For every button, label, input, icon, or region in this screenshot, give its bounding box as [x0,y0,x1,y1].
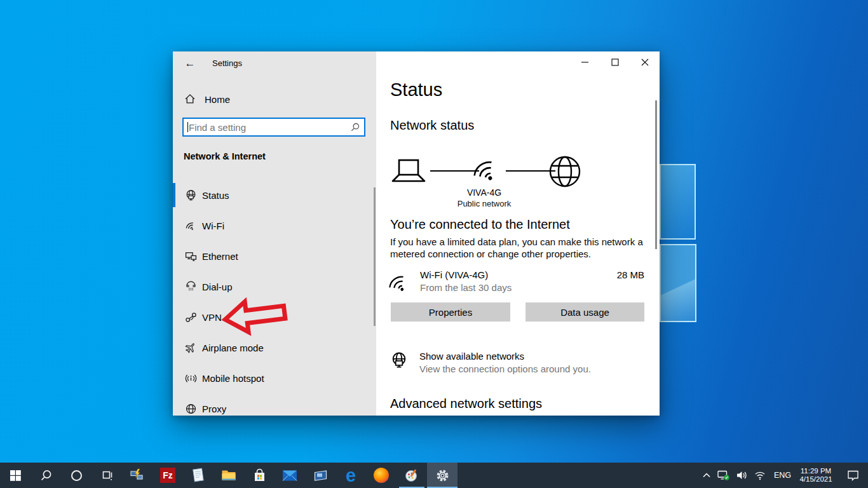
usage-amount: 28 MB [617,269,644,280]
store-icon [253,468,266,483]
back-button[interactable]: ← [182,55,198,72]
main-scrollbar[interactable] [655,100,657,249]
minimize-button[interactable] [581,57,589,68]
task-view-icon [101,470,113,481]
paint-app[interactable] [397,463,427,488]
network-computers-app[interactable] [122,463,153,488]
connection-name: Wi-Fi (VIVA-4G) [420,269,488,280]
sidebar-item-status[interactable]: Status [173,180,376,210]
properties-button[interactable]: Properties [391,302,510,322]
tray-wifi-icon[interactable] [754,463,766,488]
folder-icon [221,469,236,482]
sidebar-item-airplane-mode[interactable]: Airplane mode [173,332,376,363]
settings-main-panel: Status Network status VIVA-4G Public net… [376,51,660,416]
connected-description: If you have a limited data plan, you can… [390,236,647,260]
search-icon[interactable] [350,123,360,135]
close-button[interactable] [641,57,649,68]
filezilla-app[interactable]: Fz [153,463,183,488]
tray-expand-chevron[interactable] [702,463,711,488]
sidebar-item-label: Home [205,94,230,105]
sidebar-item-label: Dial-up [202,281,233,292]
accent-bar [173,366,175,390]
remote-desktop-app[interactable] [305,463,336,488]
accent-bar [173,305,175,329]
page-title: Status [390,79,442,100]
wifi-signal-icon [470,153,501,187]
edge-icon: e [346,466,356,484]
text-caret [187,122,188,132]
internet-globe-icon [548,155,581,191]
start-button[interactable] [0,463,31,488]
cortana-button[interactable] [61,463,92,488]
file-explorer-app[interactable] [214,463,244,488]
action-center-icon[interactable] [847,463,859,488]
system-tray: ENG 11:29 PM 4/15/2021 [699,463,868,488]
ethernet-icon [184,250,197,262]
sidebar-item-home[interactable]: Home [173,89,376,109]
notepad-app[interactable] [183,463,214,488]
accent-bar [173,336,175,360]
window-title: Settings [212,58,242,68]
task-view-button[interactable] [92,463,122,488]
computer-lightning-icon [130,468,145,482]
data-usage-button[interactable]: Data usage [526,302,644,322]
sidebar-item-label: VPN [202,312,222,323]
accent-bar [173,396,175,416]
notepad-icon [191,468,205,483]
edge-app[interactable]: e [336,463,366,488]
sidebar-item-wifi[interactable]: Wi-Fi [173,210,376,241]
search-input[interactable] [189,119,348,135]
show-networks-title: Show available networks [419,351,524,362]
settings-search-box[interactable] [182,118,365,137]
wifi-icon [184,219,197,232]
search-button[interactable] [31,463,61,488]
settings-window: ← Settings Home Network & Internet [173,51,660,416]
mail-app[interactable] [275,463,305,488]
settings-sidebar: ← Settings Home Network & Internet [173,51,376,416]
tray-language-indicator[interactable]: ENG [774,463,791,488]
sidebar-item-label: Proxy [202,403,226,414]
sidebar-item-proxy[interactable]: Proxy [173,393,376,416]
paint-icon [404,468,419,483]
app-window-icon [313,470,328,482]
tray-pc-security-icon[interactable] [717,463,730,488]
dialup-icon [184,280,197,293]
available-networks-icon [390,351,408,372]
sidebar-scrollbar[interactable] [374,187,376,326]
firefox-app[interactable] [366,463,397,488]
network-diagram: VIVA-4G Public network [390,153,600,214]
connected-ssid: VIVA-4G [452,187,516,198]
mobile-hotspot-icon [184,372,197,384]
accent-bar [173,214,175,238]
wallpaper-window-pane [660,164,696,240]
sidebar-item-label: Wi-Fi [202,220,224,231]
windows-logo-icon [10,470,21,481]
settings-app[interactable] [427,463,458,488]
store-app[interactable] [244,463,275,488]
window-controls [581,57,649,68]
sidebar-item-label: Status [202,190,229,201]
tray-clock[interactable]: 11:29 PM 4/15/2021 [797,463,834,488]
data-usage-row: Wi-Fi (VIVA-4G) From the last 30 days 28… [386,268,644,295]
sidebar-item-label: Mobile hotspot [202,373,264,384]
proxy-icon [184,402,197,415]
clock-time: 11:29 PM [801,467,831,475]
mail-icon [282,470,297,482]
show-available-networks[interactable]: Show available networks View the connect… [390,350,632,378]
maximize-button[interactable] [611,57,619,68]
laptop-icon [390,159,427,187]
usage-period: From the last 30 days [420,282,512,293]
tray-volume-icon[interactable] [736,463,748,488]
sidebar-item-ethernet[interactable]: Ethernet [173,241,376,271]
clock-date: 4/15/2021 [799,475,832,483]
wallpaper-window-pane [660,244,696,322]
sidebar-item-label: Ethernet [202,251,238,262]
vpn-icon [184,311,197,323]
advanced-settings-heading: Advanced network settings [390,396,542,411]
show-networks-description: View the connection options around you. [419,363,591,374]
sidebar-item-mobile-hotspot[interactable]: Mobile hotspot [173,363,376,393]
wifi-icon [386,270,410,297]
airplane-icon [184,341,197,354]
search-icon [40,470,52,482]
gear-icon [435,468,450,483]
